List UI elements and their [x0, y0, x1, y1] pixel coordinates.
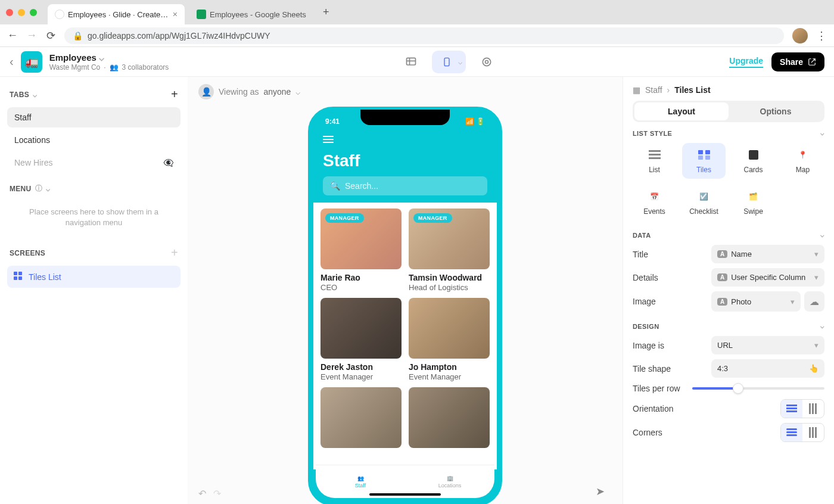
address-bar[interactable]: 🔒 go.glideapps.com/app/Wgj1GL7iwz4IHdvpC… [64, 27, 784, 44]
new-tab-button[interactable]: + [318, 4, 334, 21]
prop-tiles-per-row: Tiles per row [633, 382, 824, 394]
browser-tab-inactive[interactable]: Employees - Google Sheets [189, 4, 313, 24]
tab-item-new-hires[interactable]: New Hires 👁‍🗨 [7, 153, 181, 173]
svg-rect-19 [786, 407, 797, 409]
upload-image-button[interactable]: ☁ [804, 291, 824, 312]
svg-rect-24 [786, 428, 797, 430]
image-select[interactable]: APhoto▾ [711, 291, 801, 312]
app-header: ‹ 🚛 Employees ⌵ Waste Mgmt Co · 👥 3 coll… [0, 47, 834, 77]
back-to-apps-button[interactable]: ‹ [10, 55, 14, 69]
list-style-header[interactable]: LIST STYLE ⌵ [633, 129, 824, 137]
chevron-down-icon[interactable]: ⌵ [295, 87, 300, 97]
back-button[interactable]: ← [7, 29, 18, 42]
phone-notch [360, 110, 450, 125]
tile-shape-select[interactable]: 4:3👆 [711, 359, 824, 378]
org-name: Waste Mgmt Co [49, 63, 101, 71]
data-section-header[interactable]: DATA ⌵ [633, 231, 824, 239]
add-screen-button[interactable]: + [171, 246, 178, 260]
viewing-as-bar[interactable]: 👤 Viewing as anyone ⌵ [188, 77, 623, 107]
tile-item[interactable]: MANAGER Marie Rao CEO [320, 209, 402, 292]
corners-rounded[interactable] [781, 424, 802, 441]
title-select[interactable]: AName▾ [711, 245, 824, 263]
phone-preview[interactable]: 9:41 📶 🔋 Staff 🔍 Search... [308, 107, 502, 504]
list-style-list[interactable]: List [633, 143, 676, 179]
browser-menu-icon[interactable]: ⋮ [816, 29, 827, 42]
tab-options[interactable]: Options [729, 102, 823, 120]
collaborators-count[interactable]: 3 collaborators [122, 63, 169, 71]
tile-item[interactable] [320, 387, 402, 448]
list-style-tiles[interactable]: Tiles [682, 143, 726, 179]
image-is-select[interactable]: URL▾ [711, 336, 824, 354]
maximize-window-button[interactable] [30, 9, 37, 16]
chevron-down-icon[interactable]: ⌵ [33, 91, 37, 99]
tab-item-staff[interactable]: Staff [7, 107, 181, 127]
tile-item[interactable]: Jo Hampton Event Manager [409, 298, 490, 381]
svg-point-5 [486, 60, 488, 63]
upgrade-link[interactable]: Upgrade [729, 56, 763, 68]
share-button[interactable]: Share [771, 52, 824, 71]
design-section-header[interactable]: DESIGN ⌵ [633, 322, 824, 330]
prop-orientation: Orientation [633, 399, 824, 418]
phone-view-button[interactable] [435, 51, 458, 73]
list-style-checklist[interactable]: ☑️Checklist [682, 185, 726, 220]
svg-rect-16 [705, 155, 710, 160]
phone-view-selector[interactable]: ⌵ [432, 51, 466, 73]
redo-button[interactable]: ↷ [213, 488, 221, 499]
tile-item[interactable]: Derek Jaston Event Manager [320, 298, 402, 381]
close-window-button[interactable] [6, 9, 13, 16]
details-select[interactable]: AUser Specific Column▾ [711, 268, 824, 287]
hamburger-icon[interactable] [323, 136, 487, 143]
tile-item[interactable]: MANAGER Tamsin Woodward Head of Logistic… [409, 209, 490, 292]
svg-rect-26 [786, 434, 797, 436]
breadcrumb: ▦ Staff › Tiles List [633, 85, 824, 95]
tab-layout[interactable]: Layout [634, 102, 729, 120]
list-style-swipe[interactable]: 🗂️Swipe [732, 185, 775, 220]
tab-item-locations[interactable]: Locations [7, 130, 181, 150]
list-style-map[interactable]: 📍Map [781, 143, 824, 179]
svg-rect-10 [649, 150, 661, 152]
settings-button[interactable] [475, 51, 498, 73]
locations-tab-icon: 🏢 [447, 475, 453, 481]
corners-square[interactable] [802, 424, 824, 441]
add-tab-button[interactable]: + [171, 88, 178, 101]
app-icon[interactable]: 🚛 [21, 51, 42, 73]
screen-item-tiles-list[interactable]: Tiles List [7, 266, 181, 288]
svg-rect-12 [649, 157, 661, 159]
info-icon[interactable]: ⓘ [35, 183, 42, 194]
profile-avatar[interactable] [792, 28, 808, 43]
tile-image [320, 298, 402, 359]
lock-icon: 🔒 [73, 31, 83, 41]
chevron-down-icon[interactable]: ⌵ [458, 58, 462, 66]
orientation-horizontal[interactable] [781, 400, 802, 418]
tab-title: Employees - Google Sheets [210, 10, 306, 19]
tile-image: MANAGER [409, 209, 490, 269]
chevron-down-icon[interactable]: ⌵ [46, 185, 50, 193]
svg-rect-20 [786, 410, 797, 412]
undo-button[interactable]: ↶ [198, 488, 206, 499]
chevron-down-icon[interactable]: ⌵ [99, 52, 104, 63]
search-input[interactable]: 🔍 Search... [323, 176, 487, 195]
tiles-per-row-slider[interactable] [692, 382, 824, 394]
reload-button[interactable]: ⟳ [45, 29, 56, 42]
svg-rect-15 [698, 155, 703, 160]
list-style-events[interactable]: 📅Events [633, 185, 676, 220]
breadcrumb-parent[interactable]: Staff [645, 85, 662, 95]
browser-tab-active[interactable]: Employees · Glide · Create apps × [48, 4, 185, 24]
tile-item[interactable] [409, 387, 490, 448]
tile-image [409, 387, 490, 448]
tablet-view-button[interactable] [400, 51, 422, 73]
list-style-cards[interactable]: Cards [732, 143, 775, 179]
prop-details: Details AUser Specific Column▾ [633, 268, 824, 287]
forward-button[interactable]: → [26, 29, 37, 42]
undo-redo-controls: ↶ ↷ [198, 488, 221, 499]
tile-image: MANAGER [320, 209, 402, 269]
glide-favicon [55, 10, 64, 19]
close-tab-icon[interactable]: × [173, 10, 178, 19]
svg-rect-25 [786, 431, 797, 433]
orientation-vertical[interactable] [802, 400, 824, 418]
svg-rect-18 [786, 405, 797, 406]
app-title: Employees [49, 52, 97, 63]
corners-toggle [780, 423, 824, 442]
screens-section-header: SCREENS + [7, 242, 181, 263]
minimize-window-button[interactable] [18, 9, 25, 16]
